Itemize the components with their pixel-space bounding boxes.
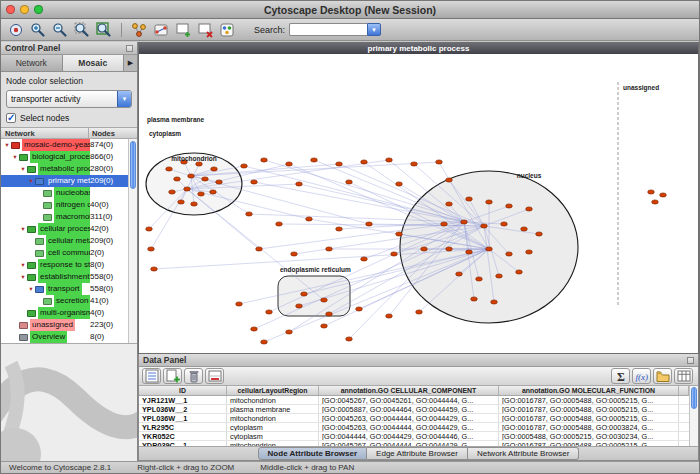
table-cell[interactable]: [GO:0044444, GO:0044429, GO:0044446, G..…: [319, 432, 499, 440]
table-cell[interactable]: [GO:0016787, GO:0005488, GO:0003824, G..…: [499, 423, 679, 431]
zoom-region-icon[interactable]: [72, 21, 92, 39]
expand-arrow-icon[interactable]: ▼: [27, 175, 35, 187]
tab-edge-attribute-browser[interactable]: Edge Attribute Browser: [367, 447, 468, 460]
delete-attribute-icon[interactable]: [184, 368, 203, 384]
create-view-icon[interactable]: [173, 21, 193, 39]
tree-label: metabolic process: [38, 163, 90, 175]
birdseye-view[interactable]: [1, 344, 137, 461]
tab-mosaic[interactable]: Mosaic: [63, 55, 125, 71]
table-cell[interactable]: [GO:0016787, GO:0005488, GO:0005215, G..…: [499, 405, 679, 413]
table-row[interactable]: YPL036W__2plasma membrane[GO:0005887, GO…: [139, 405, 689, 414]
tree-scrollbar[interactable]: [128, 139, 137, 343]
tree-row[interactable]: ▼primary metab209(0): [1, 175, 128, 187]
search-input[interactable]: [289, 23, 367, 36]
table-column-header[interactable]: annotation.GO MOLECULAR_FUNCTION: [499, 386, 679, 395]
table-cell[interactable]: cytoplasm: [227, 432, 319, 440]
table-cell[interactable]: [GO:0045267, GO:0045261, GO:0044444, G..…: [319, 396, 499, 404]
table-cell[interactable]: [GO:0016787, GO:0005488, GO:0005215, G..…: [499, 414, 679, 422]
table-cell[interactable]: [GO:0045263, GO:0044444, GO:0044429, G..…: [319, 423, 499, 431]
table-row[interactable]: YLR295Ccytoplasm[GO:0045263, GO:0044444,…: [139, 423, 689, 432]
network-canvas[interactable]: plasma membranecytoplasmmitochondrionnuc…: [139, 54, 698, 353]
tree-row[interactable]: cell communica2(0): [1, 247, 128, 259]
attribute-grid-icon[interactable]: [674, 368, 693, 384]
table-cell[interactable]: YLR295C: [139, 423, 227, 431]
tab-network[interactable]: Network: [1, 55, 63, 71]
table-cell[interactable]: [GO:0005887, GO:0044464, GO:0044459, G..…: [319, 405, 499, 413]
tree-row[interactable]: cellular metabo209(0): [1, 235, 128, 247]
zoom-out-icon[interactable]: [50, 21, 70, 39]
main-toolbar-icons: [5, 21, 238, 39]
tree-row[interactable]: ▼cellular process42(0): [1, 223, 128, 235]
tab-overflow-icon[interactable]: ▶: [124, 55, 137, 71]
table-cell[interactable]: mitochondrion: [227, 396, 319, 404]
expand-arrow-icon[interactable]: ▼: [3, 139, 11, 151]
table-cell[interactable]: YPL036W__2: [139, 405, 227, 413]
expand-arrow-icon[interactable]: ▼: [19, 271, 27, 283]
tree-col-network: Network: [1, 128, 89, 138]
formula-builder-icon[interactable]: f(x): [632, 368, 651, 384]
table-scrollbar[interactable]: [689, 386, 698, 446]
delete-row-icon[interactable]: [205, 368, 224, 384]
search-dropdown-icon[interactable]: ▼: [367, 23, 381, 36]
tree-row[interactable]: Overview8(0): [1, 331, 128, 343]
table-cell[interactable]: [GO:0045263, GO:0044444, GO:0044429, G..…: [319, 414, 499, 422]
expand-arrow-icon[interactable]: ▼: [19, 163, 27, 175]
hide-selected-icon[interactable]: [151, 21, 171, 39]
tree-row[interactable]: nitrogen compo40(0): [1, 199, 128, 211]
zoom-fit-icon[interactable]: [94, 21, 114, 39]
table-column-header[interactable]: annotation.GO CELLULAR_COMPONENT: [319, 386, 499, 395]
tab-network-attribute-browser[interactable]: Network Attribute Browser: [468, 447, 579, 460]
table-row[interactable]: YKR052Ccytoplasm[GO:0044444, GO:0044429,…: [139, 432, 689, 441]
select-nodes-option[interactable]: ✓ Select nodes: [1, 111, 137, 127]
tree-scrollbar-thumb[interactable]: [130, 141, 136, 189]
select-attributes-icon[interactable]: [142, 368, 161, 384]
expand-arrow-icon[interactable]: ▼: [27, 283, 35, 295]
create-attribute-icon[interactable]: [163, 368, 182, 384]
tree-row[interactable]: macromolecule311(0): [1, 211, 128, 223]
table-row[interactable]: YPL036W__1mitochondrion[GO:0045263, GO:0…: [139, 414, 689, 423]
tree-row[interactable]: nucleobase...: [1, 187, 128, 199]
table-column-header[interactable]: cellularLayoutRegion: [227, 386, 319, 395]
table-cell[interactable]: YKR052C: [139, 432, 227, 440]
table-cell[interactable]: cytoplasm: [227, 423, 319, 431]
table-cell[interactable]: YPL036W__1: [139, 414, 227, 422]
float-panel-icon[interactable]: [126, 45, 133, 52]
tree-row[interactable]: ▼establishment of lo558(0): [1, 271, 128, 283]
table-cell[interactable]: [GO:0005488, GO:0005215, GO:0030234, G..…: [499, 432, 679, 440]
tree-row[interactable]: secretion41(0): [1, 295, 128, 307]
table-cell[interactable]: [GO:0016787, GO:0005488, GO:0005215, G..…: [499, 396, 679, 404]
tree-row[interactable]: multi-organism pro4(0): [1, 307, 128, 319]
tree-row[interactable]: ▼transport558(0): [1, 283, 128, 295]
table-cell[interactable]: YJR121W__1: [139, 396, 227, 404]
folder-icon: [27, 262, 36, 269]
color-attribute-dropdown[interactable]: transporter activity ▼: [6, 90, 132, 108]
table-cell[interactable]: mitochondrion: [227, 414, 319, 422]
table-row[interactable]: YJR121W__1mitochondrion[GO:0045267, GO:0…: [139, 396, 689, 405]
zoom-in-icon[interactable]: [28, 21, 48, 39]
tree-row[interactable]: ▼mosaic-demo-yeast874(0): [1, 139, 128, 151]
expand-arrow-icon[interactable]: ▼: [11, 151, 19, 163]
tree-row[interactable]: ▼biological_process866(0): [1, 151, 128, 163]
dropdown-arrow-icon: ▼: [117, 91, 131, 107]
tree-row[interactable]: ▼response to stimul8(0): [1, 259, 128, 271]
float-panel-icon[interactable]: [687, 357, 694, 364]
tree-row[interactable]: unassigned223(0): [1, 319, 128, 331]
table-scrollbar-thumb[interactable]: [691, 387, 697, 409]
toolbar-separator: [121, 23, 122, 37]
tree-row[interactable]: ▼metabolic process280(0): [1, 163, 128, 175]
expand-arrow-icon[interactable]: ▼: [19, 259, 27, 271]
select-nodes-checkbox[interactable]: ✓: [6, 113, 16, 123]
svg-text:endoplasmic reticulum: endoplasmic reticulum: [280, 266, 351, 274]
folder-icon: [27, 310, 36, 317]
vizmapper-icon[interactable]: [217, 21, 237, 39]
tab-node-attribute-browser[interactable]: Node Attribute Browser: [258, 447, 368, 460]
destroy-view-icon[interactable]: [195, 21, 215, 39]
snapshot-icon[interactable]: [6, 21, 26, 39]
import-attributes-icon[interactable]: [653, 368, 672, 384]
table-column-header[interactable]: ID: [139, 386, 227, 395]
svg-text:f(x): f(x): [635, 372, 648, 382]
expand-arrow-icon[interactable]: ▼: [19, 223, 27, 235]
first-neighbors-icon[interactable]: [129, 21, 149, 39]
sum-icon[interactable]: Σ: [611, 368, 630, 384]
table-cell[interactable]: plasma membrane: [227, 405, 319, 413]
